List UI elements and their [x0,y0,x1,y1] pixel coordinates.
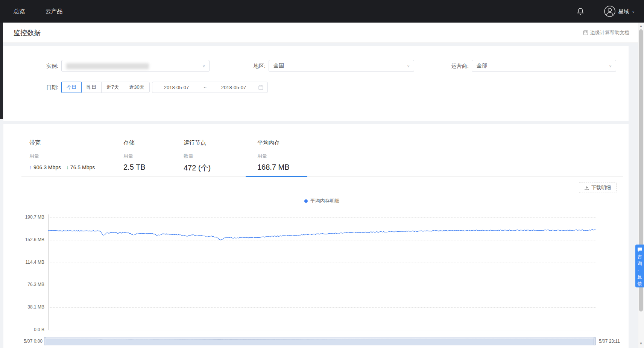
region-select[interactable]: 全国 ∨ [269,60,414,72]
user-menu-chevron-icon[interactable]: ∨ [632,10,635,14]
page-title: 监控数据 [14,23,41,43]
y-tick-label: 190.7 MB [18,214,44,220]
download-arrow-icon: ↓ [66,164,69,170]
stat-value: 2.5 TB [123,163,146,172]
instance-label: 实例: [26,63,58,70]
y-tick-label: 38.1 MB [18,304,44,310]
y-tick-label: 0.0 B [18,327,44,332]
legend-dot-icon [304,199,308,203]
app-root: 总览 云产品 星域 ∨ 监控数据 [0,0,644,348]
monitor-panel: 带宽 用量 ↑ 906.3 Mbps ↓ 76.5 Mbps 存储 用量 2.5… [3,124,629,348]
stat-value: 168.7 MB [257,163,290,172]
date-btn-0[interactable]: 今日 [61,82,82,93]
nav-item-overview[interactable]: 总览 [14,0,25,23]
user-avatar[interactable] [604,5,616,17]
stat-value: 472 (个) [184,163,211,173]
x-axis-end-label: 5/07 23:11 [599,339,620,344]
date-btn-2[interactable]: 近7天 [101,82,124,93]
stat-sub-label: 用量 [123,153,146,160]
chevron-down-icon: ∨ [609,63,612,68]
stat-sub-label: 用量 [29,153,95,160]
calendar-icon [258,85,263,90]
minimap-left-handle[interactable] [44,337,46,345]
username-label[interactable]: 星域 [618,0,629,23]
help-doc-link[interactable]: 边缘计算帮助文档 [583,23,629,43]
stat-value: ↑ 906.3 Mbps ↓ 76.5 Mbps [29,164,95,170]
memory-line-chart[interactable] [48,211,595,330]
notification-bell-icon[interactable] [576,7,585,16]
stat-tab-storage[interactable]: 存储 用量 2.5 TB [123,139,146,172]
y-tick-label: 152.6 MB [18,237,44,242]
x-axis-start-label: 5/07 0:00 [14,339,43,344]
x-axis-line [48,330,595,330]
date-label: 日期: [26,84,58,91]
minimap-right-handle[interactable] [594,337,596,345]
isp-select[interactable]: 全部 ∨ [472,60,616,72]
doc-icon [583,30,588,35]
chart-legend[interactable]: 平均内存明细 [48,198,595,204]
region-label: 地区: [234,63,266,70]
date-btn-3[interactable]: 近30天 [124,82,149,93]
chevron-down-icon: ∨ [407,63,410,68]
tabs-divider [21,176,623,177]
legend-label: 平均内存明细 [310,198,340,204]
download-detail-label: 下载明细 [591,184,611,191]
date-end-value: 2018-05-07 [210,85,258,90]
upload-arrow-icon: ↑ [29,164,32,170]
stat-title: 存储 [123,139,146,146]
scrollbar-down-arrow[interactable]: ▼ [638,340,644,346]
top-navbar: 总览 云产品 星域 ∨ [0,0,644,23]
region-value: 全国 [273,62,284,69]
date-btn-1[interactable]: 昨日 [81,82,102,93]
download-icon [585,185,589,190]
feedback-label: 咨询·反馈 [638,253,642,287]
chevron-down-icon: ∨ [202,63,205,68]
date-range-picker[interactable]: 2018-05-07 ~ 2018-05-07 [152,82,268,93]
collapsed-sidebar-edge [0,23,3,119]
stat-title: 运行节点 [184,139,211,146]
stat-tab-running-nodes[interactable]: 运行节点 数量 472 (个) [184,139,211,173]
y-tick-label: 114.4 MB [18,260,44,265]
stat-title: 带宽 [29,139,95,146]
instance-value-redacted [66,63,149,69]
filter-panel: 实例: ∨ 地区: 全国 ∨ 运营商: 全部 ∨ 日期: 今日昨日近7天近30天… [3,46,629,121]
stat-tab-bandwidth[interactable]: 带宽 用量 ↑ 906.3 Mbps ↓ 76.5 Mbps [29,139,95,170]
active-tab-underline [246,176,307,177]
instance-select[interactable]: ∨ [61,60,210,72]
date-start-value: 2018-05-07 [152,85,200,90]
stat-sub-label: 数量 [184,153,211,160]
scrollbar-up-arrow[interactable]: ▲ [638,23,644,29]
stat-sub-label: 用量 [257,153,290,160]
minimap-preview [45,337,595,345]
isp-label: 运营商: [434,63,469,70]
datazoom-minimap[interactable] [44,337,595,345]
isp-value: 全部 [477,62,487,69]
help-doc-label: 边缘计算帮助文档 [590,29,629,36]
stat-title: 平均内存 [257,139,290,146]
download-detail-button[interactable]: 下载明细 [579,182,617,193]
y-tick-label: 76.3 MB [18,282,44,287]
bandwidth-down-value: 76.5 Mbps [70,164,95,170]
nav-item-cloud-products[interactable]: 云产品 [46,0,62,23]
title-bar: 监控数据 边缘计算帮助文档 [0,23,644,43]
chat-bubble-icon [637,247,642,252]
feedback-consult-tab[interactable]: 咨询·反馈 [635,245,644,287]
bandwidth-up-value: 906.3 Mbps [33,164,61,170]
date-tilde: ~ [200,85,210,90]
date-range-buttons: 今日昨日近7天近30天 [61,82,150,93]
stat-tab-avg-memory[interactable]: 平均内存 用量 168.7 MB [257,139,290,172]
